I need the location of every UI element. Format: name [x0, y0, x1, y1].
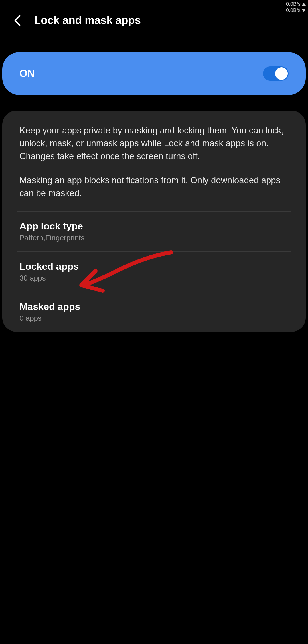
toggle-label: ON	[19, 68, 35, 80]
description-paragraph-1: Keep your apps private by masking and lo…	[19, 124, 289, 163]
page-title: Lock and mask apps	[34, 14, 141, 27]
toggle-thumb	[275, 67, 288, 80]
toggle-switch[interactable]	[263, 66, 289, 81]
setting-title: Masked apps	[19, 301, 289, 312]
setting-subtitle: Pattern,Fingerprints	[19, 233, 289, 242]
chevron-left-icon	[13, 15, 21, 27]
back-button[interactable]	[11, 15, 23, 26]
setting-masked-apps[interactable]: Masked apps 0 apps	[2, 292, 306, 332]
main-toggle-card[interactable]: ON	[2, 52, 306, 95]
upload-speed: 0.0B/s	[286, 1, 301, 7]
settings-card: Keep your apps private by masking and lo…	[2, 111, 306, 332]
download-speed: 0.0B/s	[286, 7, 301, 14]
header: Lock and mask apps	[0, 0, 308, 35]
description-paragraph-2: Masking an app blocks notifications from…	[19, 174, 289, 200]
setting-title: Locked apps	[19, 261, 289, 272]
status-bar: 0.0B/s 0.0B/s	[286, 1, 306, 13]
description-text: Keep your apps private by masking and lo…	[2, 111, 306, 211]
setting-subtitle: 0 apps	[19, 314, 289, 323]
download-icon	[302, 9, 306, 12]
setting-subtitle: 30 apps	[19, 274, 289, 283]
setting-title: App lock type	[19, 221, 289, 232]
setting-app-lock-type[interactable]: App lock type Pattern,Fingerprints	[2, 212, 306, 251]
setting-locked-apps[interactable]: Locked apps 30 apps	[2, 252, 306, 292]
upload-icon	[302, 3, 306, 6]
